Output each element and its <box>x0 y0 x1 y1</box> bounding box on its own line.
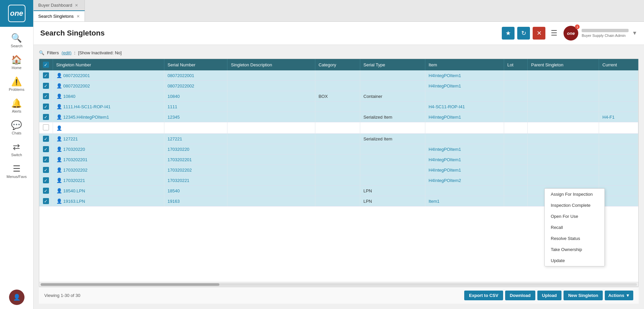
table-row[interactable]: 👤 <box>39 122 638 134</box>
table-row[interactable]: ✓👤170320221170320221H4IntegPOItem2 <box>39 175 638 186</box>
link-item[interactable]: H4IntegPOItem1 <box>429 73 461 78</box>
link-item[interactable]: H4-SC11-ROP-I41 <box>429 104 465 109</box>
link-serial_number[interactable]: 12345 <box>168 115 180 120</box>
link-serial_number[interactable]: 10840 <box>168 94 180 99</box>
link-singleton_number[interactable]: 127221 <box>63 136 78 141</box>
link-item[interactable]: Item1 <box>429 199 440 204</box>
tab-close-search-singletons[interactable]: ✕ <box>76 14 80 19</box>
context-menu-item-resolve-status[interactable]: Resolve Status <box>545 233 604 244</box>
link-singleton_number[interactable]: 1703202202 <box>63 168 88 173</box>
row-checkbox[interactable]: ✓ <box>43 157 49 163</box>
main-area: Buyer Dashboard ✕ Search Singletons ✕ Se… <box>34 0 644 309</box>
table-row[interactable]: ✓👤0807202200108072022001H4IntegPOItem1 <box>39 70 638 81</box>
cell-singleton_description <box>227 70 315 81</box>
link-singleton_number[interactable]: 08072022002 <box>63 83 90 88</box>
context-menu-item-recall[interactable]: Recall <box>545 222 604 233</box>
table-row[interactable]: ✓👤17032022021703202202H4IntegPOItem1 <box>39 165 638 175</box>
link-serial_number[interactable]: 1703202202 <box>168 168 192 173</box>
context-menu-item-inspection-complete[interactable]: Inspection Complete <box>545 200 604 211</box>
link-item[interactable]: H4IntegPOItem1 <box>429 157 461 162</box>
row-checkbox[interactable]: ✓ <box>43 83 49 89</box>
context-menu-item-take-ownership[interactable]: Take Ownership <box>545 244 604 255</box>
cell-current <box>599 144 638 154</box>
row-checkbox[interactable]: ✓ <box>43 198 49 204</box>
row-checkbox[interactable]: ✓ <box>43 167 49 173</box>
row-checkbox[interactable]: ✓ <box>43 104 49 110</box>
link-item[interactable]: H4IntegPOItem1 <box>429 168 461 173</box>
export-csv-button[interactable]: Export to CSV <box>464 291 503 300</box>
row-checkbox[interactable]: ✓ <box>43 136 49 142</box>
row-checkbox[interactable]: ✓ <box>43 72 49 78</box>
link-serial_number[interactable]: 18540 <box>168 188 180 193</box>
row-checkbox[interactable]: ✓ <box>43 188 49 194</box>
context-menu-item-update[interactable]: Update <box>545 255 604 266</box>
refresh-button[interactable]: ↻ <box>517 27 530 40</box>
row-checkbox[interactable] <box>43 124 49 130</box>
sidebar-item-search[interactable]: 🔍 Search <box>7 29 27 51</box>
filter-edit[interactable]: (edit) <box>61 50 71 55</box>
row-checkbox[interactable]: ✓ <box>43 146 49 152</box>
select-all-checkbox[interactable]: ✓ <box>43 62 49 68</box>
link-item[interactable]: H4IntegPOItem2 <box>429 178 461 183</box>
link-singleton_number[interactable]: 12345.H4IntegPOItem1 <box>63 115 109 120</box>
link-item[interactable]: H4IntegPOItem1 <box>429 83 461 88</box>
sidebar-item-switch[interactable]: ⇄ Switch <box>7 138 27 160</box>
context-menu-item-assign-inspection[interactable]: Assign For Inspection <box>545 189 604 200</box>
link-singleton_number[interactable]: 1703202201 <box>63 157 88 162</box>
row-checkbox-cell: ✓ <box>39 196 53 206</box>
download-button[interactable]: Download <box>505 291 535 300</box>
upload-button[interactable]: Upload <box>537 291 561 300</box>
link-serial_number[interactable]: 170320220 <box>168 147 190 152</box>
notification-icon[interactable]: ☰ <box>551 29 557 38</box>
link-current[interactable]: H4-F1 <box>602 115 614 120</box>
link-serial_number[interactable]: 08072022001 <box>168 73 195 78</box>
context-menu-item-open-for-use[interactable]: Open For Use <box>545 211 604 222</box>
new-singleton-button[interactable]: New Singleton <box>564 291 603 300</box>
link-singleton_number[interactable]: 19163.LPN <box>63 199 85 204</box>
link-serial_number[interactable]: 127221 <box>168 136 182 141</box>
link-item[interactable]: H4IntegPOItem1 <box>429 147 461 152</box>
filter-label: Filters <box>47 50 59 55</box>
sidebar-item-chats[interactable]: 💬 Chats <box>7 117 27 138</box>
row-checkbox[interactable]: ✓ <box>43 177 49 183</box>
close-button[interactable]: ✕ <box>533 27 545 40</box>
actions-button[interactable]: Actions ▼ <box>605 291 633 300</box>
table-row[interactable]: ✓👤12345.H4IntegPOItem112345Serialized It… <box>39 112 638 122</box>
sidebar-item-alerts[interactable]: 🔔 Alerts <box>7 95 27 117</box>
horizontal-scrollbar[interactable] <box>39 282 638 287</box>
table-row[interactable]: ✓👤170320220170320220H4IntegPOItem1 <box>39 144 638 154</box>
app-logo[interactable]: one <box>0 0 33 27</box>
cell-singleton_number: 👤1703202201 <box>53 154 164 165</box>
table-row[interactable]: ✓👤1111.H4-SC11-ROP-I411111H4-SC11-ROP-I4… <box>39 102 638 112</box>
row-checkbox[interactable]: ✓ <box>43 114 49 120</box>
sidebar-item-problems[interactable]: ⚠️ Problems <box>7 73 27 95</box>
link-singleton_number[interactable]: 170320220 <box>63 147 85 152</box>
row-checkbox-cell <box>39 122 53 134</box>
tab-close-buyer-dashboard[interactable]: ✕ <box>75 3 78 8</box>
cell-category <box>315 134 360 144</box>
cell-category: BOX <box>315 91 360 102</box>
link-singleton_number[interactable]: 10840 <box>63 94 75 99</box>
table-row[interactable]: ✓👤1084010840BOXContainer <box>39 91 638 102</box>
link-serial_number[interactable]: 1111 <box>168 104 177 109</box>
table-row[interactable]: ✓👤17032022011703202201H4IntegPOItem1 <box>39 154 638 165</box>
sidebar-item-home[interactable]: 🏠 Home <box>7 51 27 73</box>
favorite-button[interactable]: ★ <box>502 27 515 40</box>
tab-buyer-dashboard[interactable]: Buyer Dashboard ✕ <box>34 0 85 10</box>
link-item[interactable]: H4IntegPOItem1 <box>429 115 461 120</box>
user-avatar[interactable]: 👤 <box>9 286 24 309</box>
row-checkbox[interactable]: ✓ <box>43 93 49 99</box>
link-serial_number[interactable]: 170320221 <box>168 178 190 183</box>
table-row[interactable]: ✓👤0807202200208072022002H4IntegPOItem1 <box>39 81 638 91</box>
link-singleton_number[interactable]: 18540.LPN <box>63 188 85 193</box>
link-singleton_number[interactable]: 08072022001 <box>63 73 90 78</box>
link-serial_number[interactable]: 1703202201 <box>168 157 192 162</box>
link-singleton_number[interactable]: 1111.H4-SC11-ROP-I41 <box>63 104 111 109</box>
link-serial_number[interactable]: 19163 <box>168 199 180 204</box>
sidebar-item-menus[interactable]: ☰ Menus/Favs <box>7 160 27 182</box>
link-serial_number[interactable]: 08072022002 <box>168 83 195 88</box>
tab-search-singletons[interactable]: Search Singletons ✕ <box>34 10 85 21</box>
user-dropdown-icon[interactable]: ▼ <box>632 30 637 36</box>
link-singleton_number[interactable]: 170320221 <box>63 178 85 183</box>
table-row[interactable]: ✓👤127221127221Serialized Item <box>39 134 638 144</box>
